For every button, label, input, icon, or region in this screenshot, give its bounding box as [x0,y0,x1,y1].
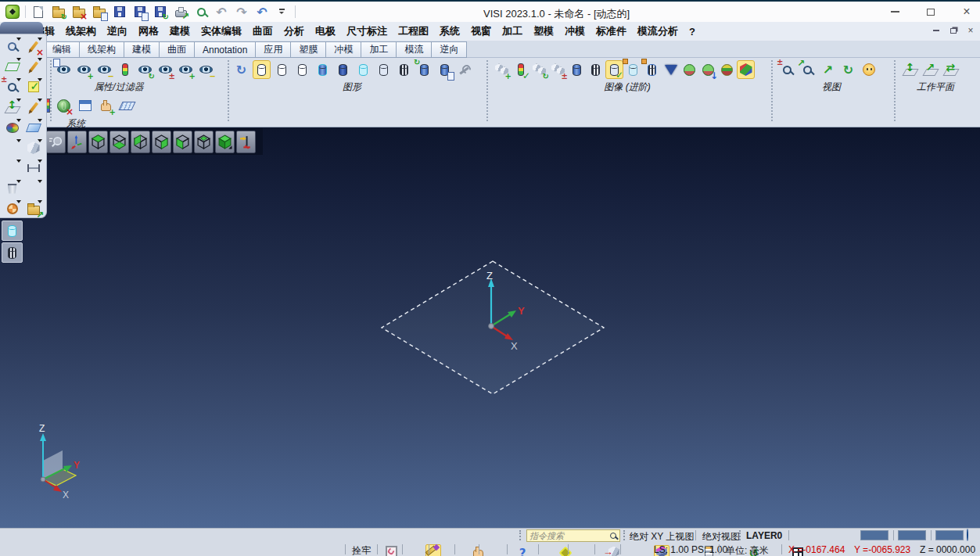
zoom-in-out-icon[interactable] [778,60,796,79]
scale-status[interactable]: LS: 1.00 PS: 1.00 [654,544,727,556]
grid-plane-icon[interactable] [118,96,136,115]
maximize-button[interactable] [924,5,938,19]
pan-icon[interactable] [819,60,837,79]
menu-modeling[interactable]: 建模 [168,24,192,38]
context-help-icon[interactable] [515,547,530,556]
search-icon[interactable] [610,533,616,539]
graphics-settings-icon[interactable] [456,60,474,79]
sphere-layers-icon[interactable] [718,60,736,79]
sidebar-palette-header[interactable] [0,22,43,34]
solid-cube-icon[interactable] [23,138,43,157]
absolute-view-status[interactable]: 绝对视图 [702,530,740,543]
tab-annotation[interactable]: Annotation [194,41,255,58]
workplane-move-icon[interactable] [921,60,939,79]
copy-file-icon[interactable] [92,4,107,20]
tab-reverse[interactable]: 逆向 [431,41,467,58]
show-toggle-icon[interactable] [156,60,174,79]
hide-all-icon[interactable] [197,60,215,79]
menu-window[interactable]: 视窗 [469,24,493,38]
flat-shade-icon[interactable] [375,60,393,79]
wireframe-selected-icon[interactable] [253,60,271,79]
export-folder-icon[interactable] [23,199,43,218]
render-palette-icon[interactable] [2,118,22,137]
sphere-shaded-icon[interactable] [680,60,698,79]
status-swatch-2[interactable] [898,530,926,540]
show-add-icon[interactable] [75,60,93,79]
dotted-cylinder-icon[interactable] [568,60,586,79]
show-all-icon[interactable] [177,60,195,79]
grab-hand-icon[interactable] [97,96,115,115]
shading-smiley-icon[interactable] [860,60,878,79]
view-mode-status[interactable]: 绝对 XY 上视图 [630,530,694,543]
delete-trash-icon[interactable] [2,179,22,198]
zoom-extents-icon[interactable] [799,60,817,79]
menu-drawing[interactable]: 工程图 [397,24,430,38]
status-swatch-3[interactable] [935,530,964,540]
swap-graphics-icon[interactable] [415,60,433,79]
tab-mold[interactable]: 塑膜 [290,41,325,58]
wireframe-hidden-icon[interactable] [293,60,311,79]
menu-surface[interactable]: 曲面 [251,24,275,38]
zoom-selection-icon[interactable] [2,77,22,96]
menu-die[interactable]: 冲模 [563,24,587,38]
move-axes-icon[interactable] [2,98,22,117]
refresh-icon[interactable] [2,138,22,157]
dynamic-render-icon[interactable] [737,60,755,79]
active-layer-status[interactable]: LAYER0 [746,530,782,543]
snap-diamond-icon[interactable] [558,546,573,556]
anchor-toggle[interactable]: 拴牢 [352,544,371,556]
menu-mold[interactable]: 塑模 [532,24,555,38]
hatched-icon[interactable] [395,60,413,79]
sketch-curve-icon[interactable] [23,57,43,76]
spline-curve-icon[interactable] [23,98,43,117]
workplane-axis-icon[interactable] [901,60,919,79]
command-search-input[interactable] [527,531,610,540]
copy-graphics-icon[interactable] [436,60,454,79]
entity-cube-icon[interactable] [606,545,622,556]
regen-entities-icon[interactable] [530,60,548,79]
rotate-view-icon[interactable] [839,60,857,79]
visi-logo-icon[interactable] [5,4,20,20]
menu-reverse[interactable]: 逆向 [106,24,129,38]
selection-plane-icon[interactable] [2,57,22,76]
menu-system[interactable]: 系统 [438,24,461,38]
status-swatch-1[interactable] [860,530,888,540]
shaded-icon[interactable] [334,60,352,79]
tab-flow[interactable]: 模流 [396,41,431,58]
help-icon[interactable] [2,159,22,178]
wireframe-icon[interactable] [273,60,291,79]
refresh-visibility-icon[interactable] [136,60,154,79]
workplane-align-icon[interactable] [942,60,960,79]
view-attributes-icon[interactable] [55,60,73,79]
mesh-display-icon[interactable] [643,60,661,79]
new-file-icon[interactable] [31,4,46,20]
menu-analysis[interactable]: 分析 [282,24,306,38]
add-entities-icon[interactable] [493,60,511,79]
transparent-display-icon[interactable] [624,60,642,79]
menu-mesh[interactable]: 网格 [137,24,160,38]
print-icon[interactable] [173,4,188,20]
toolbar-options-dropdown-icon[interactable] [275,4,290,20]
mdi-restore-icon[interactable] [949,26,958,35]
grip-handle[interactable] [739,530,741,540]
confirm-checkbox-icon[interactable] [23,77,43,96]
export-save-icon[interactable] [153,4,168,20]
filter-traffic-light-icon[interactable] [116,60,134,79]
shaded-edges-icon[interactable] [314,60,332,79]
save-icon[interactable] [112,4,127,20]
grip-handle[interactable] [623,530,625,540]
menu-solid-edit[interactable]: 实体编辑 [199,24,243,38]
measure-icon[interactable] [23,159,43,178]
machining-wheel-icon[interactable] [2,199,22,218]
tab-wireframe[interactable]: 线架构 [79,41,124,58]
menu-wireframe[interactable]: 线架构 [64,24,98,38]
tab-machining[interactable]: 加工 [361,41,396,58]
snap-settings-icon[interactable] [383,545,399,556]
menu-standard-parts[interactable]: 标准件 [594,24,628,38]
undo-history-icon[interactable] [254,4,270,20]
menu-electrode[interactable]: 电极 [314,24,337,38]
undo-icon[interactable] [214,4,229,20]
validate-display-icon[interactable] [605,60,623,79]
menu-help[interactable]: ? [687,26,697,38]
regenerate-icon[interactable] [232,60,250,79]
